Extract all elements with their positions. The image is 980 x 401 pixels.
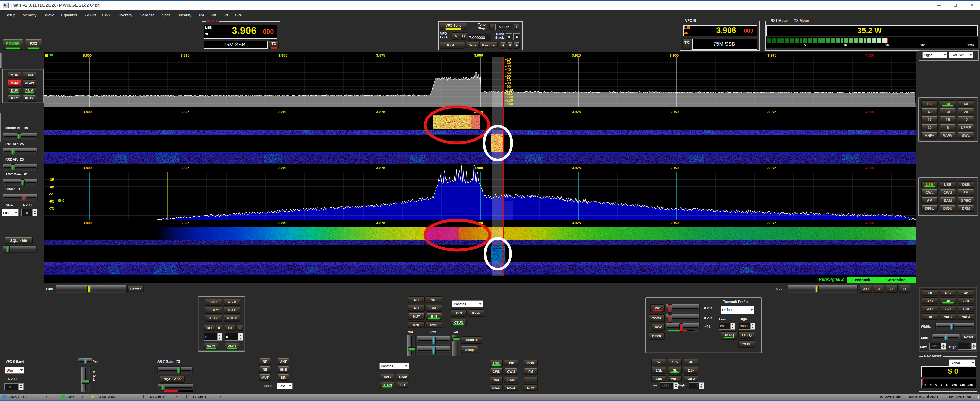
svg-text:-75: -75 xyxy=(49,206,54,211)
svg-text:-55: -55 xyxy=(49,192,54,196)
svg-text:-140: -140 xyxy=(505,102,513,106)
svg-text:-45: -45 xyxy=(49,185,54,189)
svg-text:-G: -G xyxy=(62,199,65,202)
svg-text:-35: -35 xyxy=(49,177,54,182)
svg-text:-65: -65 xyxy=(49,199,54,203)
